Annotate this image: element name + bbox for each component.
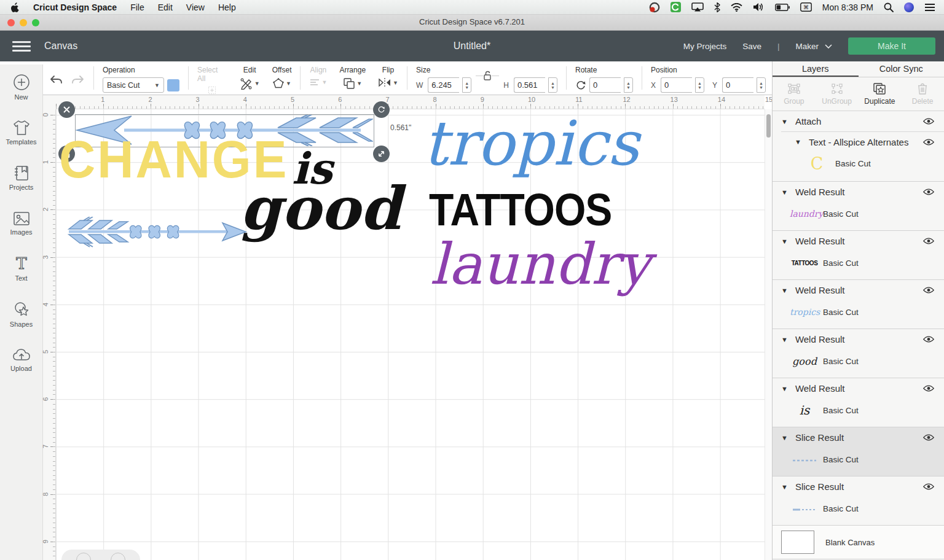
text-good[interactable]: good xyxy=(240,174,401,243)
delete-button[interactable]: Delete xyxy=(901,82,944,106)
visibility-eye-icon[interactable] xyxy=(923,137,934,147)
flip-button[interactable]: ▼ xyxy=(378,77,398,88)
visibility-eye-icon[interactable] xyxy=(923,116,934,126)
collapse-icon[interactable]: ▼ xyxy=(781,434,788,441)
rotate-input[interactable] xyxy=(589,77,621,93)
rotate-icon[interactable] xyxy=(575,80,586,91)
align-button[interactable]: ▼ xyxy=(309,77,327,87)
position-x-stepper[interactable]: ▲▼ xyxy=(695,77,704,93)
arrange-button[interactable]: ▼ xyxy=(343,77,362,89)
operation-select[interactable]: Basic Cut ▼ xyxy=(103,77,164,93)
delete-handle[interactable] xyxy=(58,101,75,118)
width-input[interactable] xyxy=(428,77,459,93)
save-link[interactable]: Save xyxy=(742,42,761,51)
menubar-app-name[interactable]: Cricut Design Space xyxy=(33,2,117,12)
bluetooth-icon[interactable] xyxy=(714,2,720,12)
layer-section-slice-1[interactable]: ▼ Slice Result Basic Cut xyxy=(773,427,944,476)
layer-row[interactable]: is Basic Cut xyxy=(773,399,944,422)
collapse-icon[interactable]: ▼ xyxy=(781,238,788,245)
sidebar-item-projects[interactable]: Projects xyxy=(0,155,42,201)
width-stepper[interactable]: ▲▼ xyxy=(462,77,471,93)
visibility-eye-icon[interactable] xyxy=(923,187,934,197)
collapse-icon[interactable]: ▼ xyxy=(781,385,788,392)
text-tropics[interactable]: tropics xyxy=(423,107,639,179)
layer-section-weld-laundry[interactable]: ▼ Weld Result laundry Basic Cut xyxy=(773,182,944,231)
visibility-eye-icon[interactable] xyxy=(923,236,934,246)
menubar-clock[interactable]: Mon 8:38 PM xyxy=(822,2,873,12)
position-x-input[interactable] xyxy=(661,77,692,93)
sidebar-item-shapes[interactable]: Shapes xyxy=(0,292,42,337)
cricut-icon[interactable] xyxy=(671,2,681,12)
layer-section-weld-tattoos[interactable]: ▼ Weld Result TATTOOS Basic Cut xyxy=(773,231,944,280)
canvas-scrollbar[interactable] xyxy=(765,109,772,560)
position-y-stepper[interactable]: ▲▼ xyxy=(757,77,766,93)
height-stepper[interactable]: ▲▼ xyxy=(548,77,557,93)
make-it-button[interactable]: Make It xyxy=(848,37,935,55)
visibility-eye-icon[interactable] xyxy=(923,383,934,394)
text-laundry[interactable]: laundry xyxy=(430,231,650,297)
layer-section-slice-2[interactable]: ▼ Slice Result Basic Cut xyxy=(773,476,944,526)
blank-canvas-row[interactable]: Blank Canvas xyxy=(773,526,944,559)
zoom-controls[interactable] xyxy=(61,550,140,560)
arrow-artwork-2[interactable] xyxy=(68,217,247,247)
size-link-lock[interactable] xyxy=(476,71,499,85)
layer-row[interactable]: Basic Cut xyxy=(773,497,944,520)
sidebar-item-images[interactable]: Images xyxy=(0,201,42,246)
edit-button[interactable]: ▼ xyxy=(240,77,260,90)
zoom-out-button[interactable] xyxy=(76,553,91,560)
layer-row[interactable]: good Basic Cut xyxy=(773,349,944,373)
sidebar-item-templates[interactable]: Templates xyxy=(0,110,42,155)
siri-icon[interactable] xyxy=(904,2,914,12)
group-button[interactable]: Group xyxy=(773,82,816,106)
airplay-icon[interactable] xyxy=(691,2,704,12)
rotate-stepper[interactable]: ▲▼ xyxy=(624,77,633,93)
rotate-handle[interactable] xyxy=(373,101,390,118)
visibility-eye-icon[interactable] xyxy=(923,481,934,492)
layer-row[interactable]: laundry Basic Cut xyxy=(773,202,944,225)
cloud-app-icon[interactable] xyxy=(649,2,660,13)
volume-icon[interactable] xyxy=(753,2,765,12)
my-projects-link[interactable]: My Projects xyxy=(683,42,727,51)
height-input[interactable] xyxy=(514,77,545,93)
color-swatch[interactable] xyxy=(167,79,179,91)
layer-section-weld-tropics[interactable]: ▼ Weld Result tropics Basic Cut xyxy=(773,280,944,329)
collapse-icon[interactable]: ▼ xyxy=(781,189,788,196)
layer-row[interactable]: TATTOOS Basic Cut xyxy=(773,251,944,274)
zoom-in-button[interactable] xyxy=(111,553,125,560)
layer-section-weld-good[interactable]: ▼ Weld Result good Basic Cut xyxy=(773,329,944,378)
apple-icon[interactable] xyxy=(11,2,20,12)
layer-section-weld-is[interactable]: ▼ Weld Result is Basic Cut xyxy=(773,378,944,427)
layer-section-attach[interactable]: ▼ Attach ▼ Text - Allspice Alternates C … xyxy=(773,111,944,182)
position-y-input[interactable] xyxy=(722,77,753,93)
hamburger-menu-icon[interactable] xyxy=(12,41,31,52)
tab-color-sync[interactable]: Color Sync xyxy=(859,61,944,77)
wifi-icon[interactable] xyxy=(731,3,742,12)
sidebar-item-new[interactable]: New xyxy=(0,64,42,110)
collapse-icon[interactable]: ▼ xyxy=(781,483,788,491)
design-canvas[interactable]: 123456789101112131415 0123456789 xyxy=(43,95,772,560)
canvas-scrollbar-thumb[interactable] xyxy=(766,114,771,138)
visibility-eye-icon[interactable] xyxy=(923,285,934,295)
menu-edit[interactable]: Edit xyxy=(158,2,173,12)
spotlight-icon[interactable] xyxy=(884,2,894,12)
menu-view[interactable]: View xyxy=(186,2,205,12)
offset-button[interactable]: ▼ xyxy=(272,77,291,89)
menu-file[interactable]: File xyxy=(130,2,144,12)
layer-subgroup-text[interactable]: ▼ Text - Allspice Alternates xyxy=(773,132,944,152)
menu-help[interactable]: Help xyxy=(218,2,236,12)
visibility-eye-icon[interactable] xyxy=(923,432,934,443)
collapse-icon[interactable]: ▼ xyxy=(795,138,801,146)
ungroup-button[interactable]: UnGroup xyxy=(816,82,859,106)
input-menu-icon[interactable]: ⌘ xyxy=(800,2,812,12)
layer-row[interactable]: tropics Basic Cut xyxy=(773,300,944,324)
layer-row[interactable]: C Basic Cut xyxy=(773,152,944,175)
notification-center-icon[interactable] xyxy=(924,3,935,12)
duplicate-button[interactable]: Duplicate xyxy=(859,82,902,106)
select-all-button[interactable] xyxy=(206,86,218,95)
undo-button[interactable] xyxy=(49,75,63,86)
machine-selector[interactable]: Maker xyxy=(795,42,832,51)
sidebar-item-upload[interactable]: Upload xyxy=(0,337,42,383)
sidebar-item-text[interactable]: T Text xyxy=(0,246,42,292)
layer-row[interactable]: Basic Cut xyxy=(773,448,944,471)
collapse-icon[interactable]: ▼ xyxy=(781,287,788,294)
